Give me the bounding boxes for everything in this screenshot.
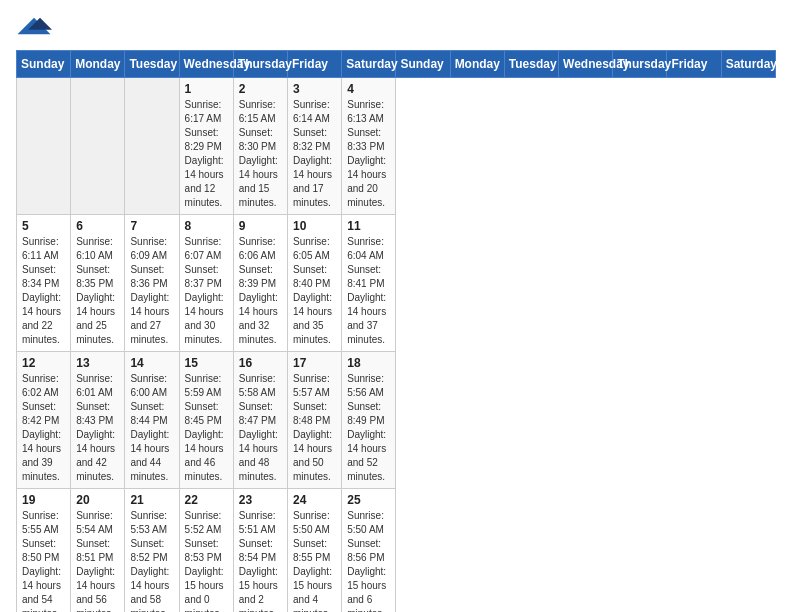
calendar-cell: 13Sunrise: 6:01 AM Sunset: 8:43 PM Dayli… bbox=[71, 352, 125, 489]
day-number: 12 bbox=[22, 356, 65, 370]
col-header-thursday: Thursday bbox=[613, 51, 667, 78]
calendar-cell: 7Sunrise: 6:09 AM Sunset: 8:36 PM Daylig… bbox=[125, 215, 179, 352]
day-number: 25 bbox=[347, 493, 390, 507]
day-info: Sunrise: 6:13 AM Sunset: 8:33 PM Dayligh… bbox=[347, 98, 390, 210]
day-number: 1 bbox=[185, 82, 228, 96]
day-number: 9 bbox=[239, 219, 282, 233]
day-number: 5 bbox=[22, 219, 65, 233]
calendar-table: SundayMondayTuesdayWednesdayThursdayFrid… bbox=[16, 50, 776, 612]
day-info: Sunrise: 6:10 AM Sunset: 8:35 PM Dayligh… bbox=[76, 235, 119, 347]
day-info: Sunrise: 6:14 AM Sunset: 8:32 PM Dayligh… bbox=[293, 98, 336, 210]
col-header-friday: Friday bbox=[288, 51, 342, 78]
day-info: Sunrise: 5:53 AM Sunset: 8:52 PM Dayligh… bbox=[130, 509, 173, 612]
calendar-cell: 12Sunrise: 6:02 AM Sunset: 8:42 PM Dayli… bbox=[17, 352, 71, 489]
day-number: 7 bbox=[130, 219, 173, 233]
col-header-sunday: Sunday bbox=[17, 51, 71, 78]
day-info: Sunrise: 5:54 AM Sunset: 8:51 PM Dayligh… bbox=[76, 509, 119, 612]
day-number: 23 bbox=[239, 493, 282, 507]
day-number: 21 bbox=[130, 493, 173, 507]
day-info: Sunrise: 6:04 AM Sunset: 8:41 PM Dayligh… bbox=[347, 235, 390, 347]
day-info: Sunrise: 6:02 AM Sunset: 8:42 PM Dayligh… bbox=[22, 372, 65, 484]
day-number: 11 bbox=[347, 219, 390, 233]
day-info: Sunrise: 6:17 AM Sunset: 8:29 PM Dayligh… bbox=[185, 98, 228, 210]
calendar-cell bbox=[125, 78, 179, 215]
day-number: 14 bbox=[130, 356, 173, 370]
day-number: 13 bbox=[76, 356, 119, 370]
calendar-cell: 20Sunrise: 5:54 AM Sunset: 8:51 PM Dayli… bbox=[71, 489, 125, 613]
day-number: 20 bbox=[76, 493, 119, 507]
col-header-thursday: Thursday bbox=[233, 51, 287, 78]
calendar-cell: 15Sunrise: 5:59 AM Sunset: 8:45 PM Dayli… bbox=[179, 352, 233, 489]
col-header-tuesday: Tuesday bbox=[125, 51, 179, 78]
calendar-cell: 23Sunrise: 5:51 AM Sunset: 8:54 PM Dayli… bbox=[233, 489, 287, 613]
day-info: Sunrise: 5:52 AM Sunset: 8:53 PM Dayligh… bbox=[185, 509, 228, 612]
day-number: 16 bbox=[239, 356, 282, 370]
col-header-sunday: Sunday bbox=[396, 51, 450, 78]
day-number: 4 bbox=[347, 82, 390, 96]
day-number: 22 bbox=[185, 493, 228, 507]
calendar-cell: 16Sunrise: 5:58 AM Sunset: 8:47 PM Dayli… bbox=[233, 352, 287, 489]
calendar-cell: 11Sunrise: 6:04 AM Sunset: 8:41 PM Dayli… bbox=[342, 215, 396, 352]
calendar-cell bbox=[17, 78, 71, 215]
col-header-wednesday: Wednesday bbox=[179, 51, 233, 78]
calendar-week-row: 19Sunrise: 5:55 AM Sunset: 8:50 PM Dayli… bbox=[17, 489, 776, 613]
calendar-cell: 21Sunrise: 5:53 AM Sunset: 8:52 PM Dayli… bbox=[125, 489, 179, 613]
calendar-week-row: 1Sunrise: 6:17 AM Sunset: 8:29 PM Daylig… bbox=[17, 78, 776, 215]
day-info: Sunrise: 5:50 AM Sunset: 8:55 PM Dayligh… bbox=[293, 509, 336, 612]
calendar-week-row: 12Sunrise: 6:02 AM Sunset: 8:42 PM Dayli… bbox=[17, 352, 776, 489]
logo bbox=[16, 16, 52, 38]
calendar-cell: 4Sunrise: 6:13 AM Sunset: 8:33 PM Daylig… bbox=[342, 78, 396, 215]
day-info: Sunrise: 6:05 AM Sunset: 8:40 PM Dayligh… bbox=[293, 235, 336, 347]
day-number: 8 bbox=[185, 219, 228, 233]
day-number: 18 bbox=[347, 356, 390, 370]
day-info: Sunrise: 6:00 AM Sunset: 8:44 PM Dayligh… bbox=[130, 372, 173, 484]
day-info: Sunrise: 5:51 AM Sunset: 8:54 PM Dayligh… bbox=[239, 509, 282, 612]
calendar-cell: 19Sunrise: 5:55 AM Sunset: 8:50 PM Dayli… bbox=[17, 489, 71, 613]
day-number: 24 bbox=[293, 493, 336, 507]
day-info: Sunrise: 5:56 AM Sunset: 8:49 PM Dayligh… bbox=[347, 372, 390, 484]
calendar-cell: 1Sunrise: 6:17 AM Sunset: 8:29 PM Daylig… bbox=[179, 78, 233, 215]
calendar-cell: 2Sunrise: 6:15 AM Sunset: 8:30 PM Daylig… bbox=[233, 78, 287, 215]
calendar-cell: 5Sunrise: 6:11 AM Sunset: 8:34 PM Daylig… bbox=[17, 215, 71, 352]
calendar-cell: 3Sunrise: 6:14 AM Sunset: 8:32 PM Daylig… bbox=[288, 78, 342, 215]
calendar-cell: 17Sunrise: 5:57 AM Sunset: 8:48 PM Dayli… bbox=[288, 352, 342, 489]
day-number: 15 bbox=[185, 356, 228, 370]
day-info: Sunrise: 6:09 AM Sunset: 8:36 PM Dayligh… bbox=[130, 235, 173, 347]
calendar-cell: 22Sunrise: 5:52 AM Sunset: 8:53 PM Dayli… bbox=[179, 489, 233, 613]
logo-icon bbox=[16, 16, 52, 36]
calendar-cell: 25Sunrise: 5:50 AM Sunset: 8:56 PM Dayli… bbox=[342, 489, 396, 613]
col-header-monday: Monday bbox=[71, 51, 125, 78]
col-header-tuesday: Tuesday bbox=[504, 51, 558, 78]
day-info: Sunrise: 6:15 AM Sunset: 8:30 PM Dayligh… bbox=[239, 98, 282, 210]
col-header-wednesday: Wednesday bbox=[559, 51, 613, 78]
day-number: 17 bbox=[293, 356, 336, 370]
calendar-cell: 8Sunrise: 6:07 AM Sunset: 8:37 PM Daylig… bbox=[179, 215, 233, 352]
day-info: Sunrise: 6:11 AM Sunset: 8:34 PM Dayligh… bbox=[22, 235, 65, 347]
col-header-friday: Friday bbox=[667, 51, 721, 78]
day-info: Sunrise: 5:57 AM Sunset: 8:48 PM Dayligh… bbox=[293, 372, 336, 484]
col-header-saturday: Saturday bbox=[342, 51, 396, 78]
day-info: Sunrise: 5:50 AM Sunset: 8:56 PM Dayligh… bbox=[347, 509, 390, 612]
day-info: Sunrise: 6:01 AM Sunset: 8:43 PM Dayligh… bbox=[76, 372, 119, 484]
day-info: Sunrise: 5:58 AM Sunset: 8:47 PM Dayligh… bbox=[239, 372, 282, 484]
day-info: Sunrise: 6:07 AM Sunset: 8:37 PM Dayligh… bbox=[185, 235, 228, 347]
page-header bbox=[16, 16, 776, 38]
calendar-cell: 24Sunrise: 5:50 AM Sunset: 8:55 PM Dayli… bbox=[288, 489, 342, 613]
day-info: Sunrise: 6:06 AM Sunset: 8:39 PM Dayligh… bbox=[239, 235, 282, 347]
calendar-week-row: 5Sunrise: 6:11 AM Sunset: 8:34 PM Daylig… bbox=[17, 215, 776, 352]
calendar-cell: 9Sunrise: 6:06 AM Sunset: 8:39 PM Daylig… bbox=[233, 215, 287, 352]
day-info: Sunrise: 5:59 AM Sunset: 8:45 PM Dayligh… bbox=[185, 372, 228, 484]
calendar-cell: 6Sunrise: 6:10 AM Sunset: 8:35 PM Daylig… bbox=[71, 215, 125, 352]
day-number: 3 bbox=[293, 82, 336, 96]
day-number: 10 bbox=[293, 219, 336, 233]
col-header-saturday: Saturday bbox=[721, 51, 775, 78]
calendar-cell: 18Sunrise: 5:56 AM Sunset: 8:49 PM Dayli… bbox=[342, 352, 396, 489]
day-number: 6 bbox=[76, 219, 119, 233]
day-number: 2 bbox=[239, 82, 282, 96]
calendar-header-row: SundayMondayTuesdayWednesdayThursdayFrid… bbox=[17, 51, 776, 78]
col-header-monday: Monday bbox=[450, 51, 504, 78]
day-number: 19 bbox=[22, 493, 65, 507]
calendar-cell bbox=[71, 78, 125, 215]
calendar-cell: 10Sunrise: 6:05 AM Sunset: 8:40 PM Dayli… bbox=[288, 215, 342, 352]
calendar-cell: 14Sunrise: 6:00 AM Sunset: 8:44 PM Dayli… bbox=[125, 352, 179, 489]
